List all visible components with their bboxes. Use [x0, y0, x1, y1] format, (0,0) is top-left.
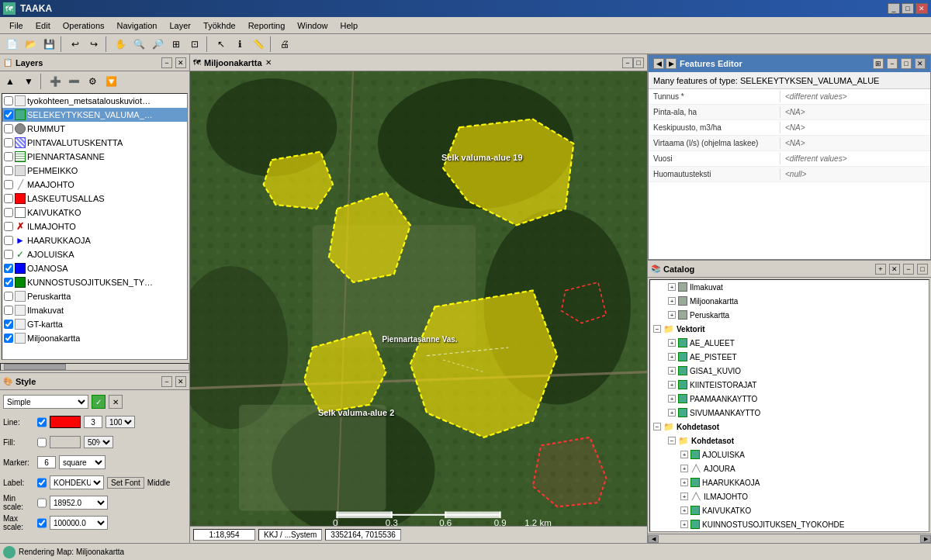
layer-item-pinta[interactable]: PINTAVALUTUSKENTTA	[2, 136, 187, 150]
layer-item-maajohto[interactable]: ╱ MAAJOHTO	[2, 178, 187, 192]
pan-button[interactable]: ✋	[112, 36, 129, 53]
layer-item-ilmajohto[interactable]: ✗ ILMAJOHTO	[2, 220, 187, 233]
layer-item-gtkartta[interactable]: GT-kartta	[2, 317, 187, 331]
cat-expand-ilmakuvat[interactable]: +	[668, 283, 676, 291]
style-maxscale-checkbox[interactable]	[37, 518, 47, 528]
zoom-select-button[interactable]: ⊡	[186, 36, 203, 53]
map-menu-button[interactable]: −	[622, 57, 633, 68]
style-minimize-button[interactable]: −	[161, 376, 172, 387]
catalog-minimize-button[interactable]: −	[903, 264, 914, 275]
zoom-in-button[interactable]: 🔍	[130, 36, 147, 53]
cat-expand-vektorit[interactable]: −	[653, 325, 661, 333]
cat-expand-ajoura[interactable]: +	[680, 465, 688, 472]
layer-cb-gtkartta[interactable]	[4, 320, 13, 329]
layer-item-piennar[interactable]: PIENNARTASANNE	[2, 150, 187, 164]
fe-forward-button[interactable]: ▶	[666, 58, 677, 69]
cat-item-ae-alueet[interactable]: + AE_ALUEET	[650, 336, 929, 350]
menu-operations[interactable]: Operations	[57, 19, 111, 32]
style-close-button[interactable]: ✕	[175, 376, 186, 387]
style-cancel-button[interactable]: ✕	[109, 395, 123, 409]
cat-expand-kaivukatko[interactable]: +	[680, 506, 688, 514]
style-mode-select[interactable]: Simple Categorized Graduated	[3, 395, 88, 409]
layer-cb-kunnostus[interactable]	[4, 278, 13, 287]
layer-item-tyokohteen[interactable]: tyokohteen_metsatalouskuviot_119073'	[2, 94, 187, 108]
style-minscale-checkbox[interactable]	[37, 498, 47, 508]
cat-expand-ajoluiska[interactable]: +	[680, 451, 688, 458]
style-maxscale-select[interactable]: 100000.0	[50, 516, 108, 530]
open-button[interactable]: 📂	[22, 36, 39, 53]
cat-item-ajoura[interactable]: + ╱╲ AJOURA	[650, 461, 929, 475]
cat-item-ajoluiska[interactable]: + AJOLUISKA	[650, 448, 929, 461]
layer-cb-selekey[interactable]	[4, 110, 13, 119]
layers-minimize-button[interactable]: −	[161, 57, 172, 68]
fe-minimize-button[interactable]: −	[887, 58, 898, 69]
layer-cb-tyokohteen[interactable]	[4, 96, 13, 105]
identify-button[interactable]: ℹ	[231, 36, 248, 53]
layer-cb-kaivukatko[interactable]	[4, 208, 13, 217]
cat-expand-kohdetasot-root[interactable]: −	[653, 423, 661, 430]
map-max-button[interactable]: □	[633, 57, 644, 68]
style-minscale-select[interactable]: 18952.0	[50, 496, 108, 510]
layer-cb-peruskartta[interactable]	[4, 292, 13, 301]
layer-cb-maajohto[interactable]	[4, 180, 13, 189]
layer-cb-rummut[interactable]	[4, 124, 13, 133]
layer-item-ilmakuvat[interactable]: Ilmakuvat	[2, 303, 187, 317]
layer-cb-ilmakuvat[interactable]	[4, 306, 13, 315]
layer-props-button[interactable]: ⚙	[84, 73, 101, 90]
fe-detach-button[interactable]: ⊞	[873, 58, 884, 69]
cat-expand-kunnostus[interactable]: +	[680, 520, 688, 528]
undo-button[interactable]: ↩	[67, 36, 84, 53]
layer-cb-ilmajohto[interactable]	[4, 222, 13, 231]
layer-cb-piennar[interactable]	[4, 152, 13, 161]
minimize-button[interactable]: _	[888, 3, 900, 14]
layer-cb-pinta[interactable]	[4, 138, 13, 147]
layer-item-laskeutus[interactable]: LASKEUTUSALLAS	[2, 192, 187, 206]
style-label-field-select[interactable]: KOHDEKUVAL	[50, 475, 104, 489]
layer-cb-ajoluiska[interactable]	[4, 250, 13, 259]
cat-item-kaivukatko[interactable]: + KAIVUKATKO	[650, 503, 929, 517]
layer-cb-miljoonakartta[interactable]	[4, 334, 13, 343]
cat-item-paamaankaytto[interactable]: + PAAMAANKAYTTO	[650, 392, 929, 406]
cat-item-ae-pisteet[interactable]: + AE_PISTEET	[650, 350, 929, 364]
catalog-maximize-button[interactable]: □	[917, 264, 928, 275]
layer-item-rummut[interactable]: RUMMUT	[2, 122, 187, 136]
cat-item-ilmajohto[interactable]: + ╱╲ ILMAJOHTO	[650, 489, 929, 503]
cat-expand-kiinteisto[interactable]: +	[668, 381, 676, 389]
measure-button[interactable]: 📏	[250, 36, 267, 53]
map-canvas[interactable]: 0 0.3 0.6 0.9 1.2 km Selk valuma-alue 19…	[190, 71, 647, 526]
cat-item-kunnostus[interactable]: + KUINNOSTUSOJITUKSEN_TYOKOHDE	[650, 517, 929, 531]
remove-layer-button[interactable]: ➖	[65, 73, 82, 90]
fe-maximize-button[interactable]: □	[901, 58, 912, 69]
style-marker-size-input[interactable]	[37, 456, 56, 468]
menu-file[interactable]: File	[3, 19, 29, 32]
cat-item-peruskartta[interactable]: + Peruskartta	[650, 308, 929, 322]
cat-expand-gisa1[interactable]: +	[668, 367, 676, 375]
menu-tyokhde[interactable]: Työkhde	[197, 19, 242, 32]
cat-expand-kohdetasot-sub[interactable]: −	[668, 437, 676, 444]
layer-down-button[interactable]: ▼	[20, 73, 37, 90]
cat-expand-haarukkaoja[interactable]: +	[680, 479, 688, 486]
menu-navigation[interactable]: Navigation	[111, 19, 164, 32]
cat-item-gisa1[interactable]: + GISA1_KUVIO	[650, 364, 929, 378]
cat-expand-paamaankaytto[interactable]: +	[668, 395, 676, 403]
select-button[interactable]: ↖	[213, 36, 230, 53]
catalog-scrollbar[interactable]: ◀ ▶	[648, 534, 931, 543]
print-button[interactable]: 🖨	[276, 36, 293, 53]
cat-item-miljoonakartta[interactable]: + Miljoonakartta	[650, 294, 929, 308]
cat-expand-sivumaankaytto[interactable]: +	[668, 409, 676, 417]
layers-close-button[interactable]: ✕	[175, 57, 186, 68]
menu-edit[interactable]: Edit	[29, 19, 57, 32]
layers-list[interactable]: tyokohteen_metsatalouskuviot_119073' SEL…	[2, 93, 188, 360]
layer-filter-button[interactable]: 🔽	[102, 73, 119, 90]
style-line-checkbox[interactable]	[37, 417, 47, 427]
close-button[interactable]: ✕	[915, 3, 928, 14]
catalog-add-button[interactable]: +	[875, 264, 886, 275]
style-label-checkbox[interactable]	[37, 478, 47, 488]
cat-expand-ae-pisteet[interactable]: +	[668, 353, 676, 361]
cat-expand-miljoonakartta[interactable]: +	[668, 297, 676, 305]
cat-item-vektorit[interactable]: − 📁 Vektorit	[650, 322, 929, 336]
style-line-width-input[interactable]	[84, 416, 102, 428]
menu-window[interactable]: Window	[291, 19, 334, 32]
fe-back-button[interactable]: ◀	[653, 58, 664, 69]
layers-scrollbar[interactable]	[0, 361, 189, 372]
